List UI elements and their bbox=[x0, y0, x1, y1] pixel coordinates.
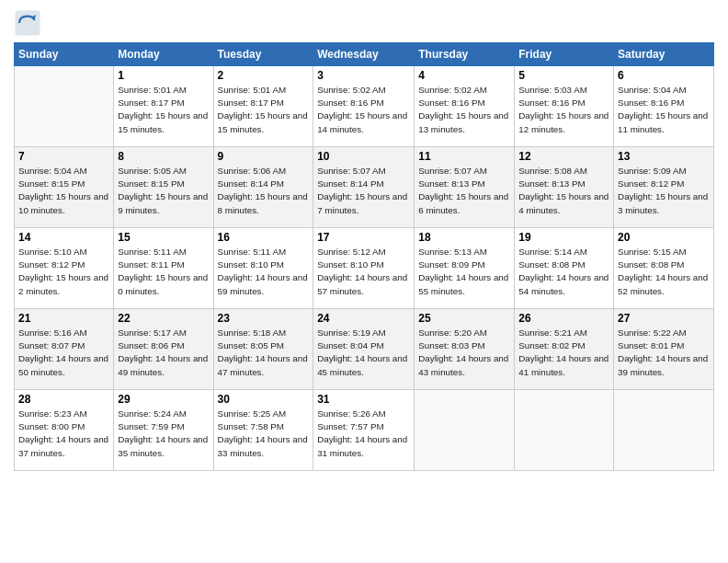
calendar-cell: 1Sunrise: 5:01 AMSunset: 8:17 PMDaylight… bbox=[114, 66, 213, 147]
day-number: 14 bbox=[18, 231, 109, 244]
calendar-cell: 22Sunrise: 5:17 AMSunset: 8:06 PMDayligh… bbox=[114, 309, 213, 390]
weekday-friday: Friday bbox=[515, 43, 614, 66]
day-info: Sunrise: 5:19 AMSunset: 8:04 PMDaylight:… bbox=[317, 327, 410, 379]
calendar-cell: 4Sunrise: 5:02 AMSunset: 8:16 PMDaylight… bbox=[415, 66, 515, 147]
day-info: Sunrise: 5:18 AMSunset: 8:05 PMDaylight:… bbox=[218, 327, 310, 379]
day-info: Sunrise: 5:01 AMSunset: 8:17 PMDaylight:… bbox=[118, 84, 209, 136]
day-number: 1 bbox=[118, 69, 209, 82]
calendar-cell: 31Sunrise: 5:26 AMSunset: 7:57 PMDayligh… bbox=[313, 390, 415, 471]
weekday-saturday: Saturday bbox=[614, 43, 714, 66]
day-number: 12 bbox=[518, 150, 609, 163]
calendar-cell: 29Sunrise: 5:24 AMSunset: 7:59 PMDayligh… bbox=[114, 390, 213, 471]
day-info: Sunrise: 5:17 AMSunset: 8:06 PMDaylight:… bbox=[118, 327, 209, 379]
calendar-cell: 11Sunrise: 5:07 AMSunset: 8:13 PMDayligh… bbox=[415, 147, 515, 228]
day-number: 19 bbox=[518, 231, 609, 244]
calendar-cell: 14Sunrise: 5:10 AMSunset: 8:12 PMDayligh… bbox=[15, 228, 114, 309]
calendar-cell: 2Sunrise: 5:01 AMSunset: 8:17 PMDaylight… bbox=[213, 66, 313, 147]
calendar-cell: 20Sunrise: 5:15 AMSunset: 8:08 PMDayligh… bbox=[614, 228, 714, 309]
calendar-cell: 15Sunrise: 5:11 AMSunset: 8:11 PMDayligh… bbox=[114, 228, 213, 309]
day-number: 23 bbox=[218, 312, 310, 325]
day-info: Sunrise: 5:12 AMSunset: 8:10 PMDaylight:… bbox=[317, 246, 410, 298]
calendar-week-2: 7Sunrise: 5:04 AMSunset: 8:15 PMDaylight… bbox=[15, 147, 714, 228]
calendar-cell: 9Sunrise: 5:06 AMSunset: 8:14 PMDaylight… bbox=[213, 147, 313, 228]
weekday-header-row: SundayMondayTuesdayWednesdayThursdayFrid… bbox=[15, 43, 714, 66]
calendar-cell: 18Sunrise: 5:13 AMSunset: 8:09 PMDayligh… bbox=[415, 228, 515, 309]
day-info: Sunrise: 5:21 AMSunset: 8:02 PMDaylight:… bbox=[518, 327, 609, 379]
day-number: 25 bbox=[418, 312, 510, 325]
day-number: 11 bbox=[418, 150, 510, 163]
calendar-cell: 23Sunrise: 5:18 AMSunset: 8:05 PMDayligh… bbox=[213, 309, 313, 390]
calendar-body: 1Sunrise: 5:01 AMSunset: 8:17 PMDaylight… bbox=[15, 66, 714, 471]
day-number: 16 bbox=[218, 231, 310, 244]
day-info: Sunrise: 5:13 AMSunset: 8:09 PMDaylight:… bbox=[418, 246, 510, 298]
day-info: Sunrise: 5:23 AMSunset: 8:00 PMDaylight:… bbox=[18, 408, 109, 460]
day-info: Sunrise: 5:02 AMSunset: 8:16 PMDaylight:… bbox=[317, 84, 410, 136]
day-number: 8 bbox=[118, 150, 209, 163]
calendar-cell: 26Sunrise: 5:21 AMSunset: 8:02 PMDayligh… bbox=[515, 309, 614, 390]
calendar-cell: 19Sunrise: 5:14 AMSunset: 8:08 PMDayligh… bbox=[515, 228, 614, 309]
day-number: 7 bbox=[18, 150, 109, 163]
day-number: 24 bbox=[317, 312, 410, 325]
weekday-monday: Monday bbox=[114, 43, 213, 66]
calendar-week-3: 14Sunrise: 5:10 AMSunset: 8:12 PMDayligh… bbox=[15, 228, 714, 309]
day-info: Sunrise: 5:15 AMSunset: 8:08 PMDaylight:… bbox=[618, 246, 710, 298]
day-number: 30 bbox=[218, 393, 310, 406]
day-number: 17 bbox=[317, 231, 410, 244]
day-info: Sunrise: 5:26 AMSunset: 7:57 PMDaylight:… bbox=[317, 408, 410, 460]
header bbox=[14, 9, 714, 37]
calendar-cell: 12Sunrise: 5:08 AMSunset: 8:13 PMDayligh… bbox=[515, 147, 614, 228]
calendar-cell: 5Sunrise: 5:03 AMSunset: 8:16 PMDaylight… bbox=[515, 66, 614, 147]
day-number: 5 bbox=[518, 69, 609, 82]
day-info: Sunrise: 5:14 AMSunset: 8:08 PMDaylight:… bbox=[518, 246, 609, 298]
calendar-cell: 6Sunrise: 5:04 AMSunset: 8:16 PMDaylight… bbox=[614, 66, 714, 147]
day-info: Sunrise: 5:06 AMSunset: 8:14 PMDaylight:… bbox=[218, 165, 310, 217]
calendar-cell: 13Sunrise: 5:09 AMSunset: 8:12 PMDayligh… bbox=[614, 147, 714, 228]
day-number: 29 bbox=[118, 393, 209, 406]
day-info: Sunrise: 5:04 AMSunset: 8:15 PMDaylight:… bbox=[18, 165, 109, 217]
calendar-cell: 27Sunrise: 5:22 AMSunset: 8:01 PMDayligh… bbox=[614, 309, 714, 390]
day-number: 6 bbox=[618, 69, 710, 82]
day-number: 20 bbox=[618, 231, 710, 244]
day-info: Sunrise: 5:11 AMSunset: 8:11 PMDaylight:… bbox=[118, 246, 209, 298]
day-number: 21 bbox=[18, 312, 109, 325]
day-info: Sunrise: 5:16 AMSunset: 8:07 PMDaylight:… bbox=[18, 327, 109, 379]
calendar-table: SundayMondayTuesdayWednesdayThursdayFrid… bbox=[14, 42, 714, 471]
day-info: Sunrise: 5:01 AMSunset: 8:17 PMDaylight:… bbox=[218, 84, 310, 136]
day-info: Sunrise: 5:10 AMSunset: 8:12 PMDaylight:… bbox=[18, 246, 109, 298]
calendar-cell bbox=[515, 390, 614, 471]
logo bbox=[14, 9, 45, 37]
calendar-cell: 28Sunrise: 5:23 AMSunset: 8:00 PMDayligh… bbox=[15, 390, 114, 471]
weekday-thursday: Thursday bbox=[415, 43, 515, 66]
calendar-cell: 7Sunrise: 5:04 AMSunset: 8:15 PMDaylight… bbox=[15, 147, 114, 228]
calendar-week-5: 28Sunrise: 5:23 AMSunset: 8:00 PMDayligh… bbox=[15, 390, 714, 471]
day-info: Sunrise: 5:09 AMSunset: 8:12 PMDaylight:… bbox=[618, 165, 710, 217]
day-number: 28 bbox=[18, 393, 109, 406]
calendar-cell: 24Sunrise: 5:19 AMSunset: 8:04 PMDayligh… bbox=[313, 309, 415, 390]
day-info: Sunrise: 5:05 AMSunset: 8:15 PMDaylight:… bbox=[118, 165, 209, 217]
day-number: 9 bbox=[218, 150, 310, 163]
day-info: Sunrise: 5:04 AMSunset: 8:16 PMDaylight:… bbox=[618, 84, 710, 136]
day-number: 22 bbox=[118, 312, 209, 325]
weekday-sunday: Sunday bbox=[15, 43, 114, 66]
weekday-tuesday: Tuesday bbox=[213, 43, 313, 66]
day-number: 3 bbox=[317, 69, 410, 82]
day-number: 27 bbox=[618, 312, 710, 325]
calendar-cell bbox=[614, 390, 714, 471]
day-info: Sunrise: 5:24 AMSunset: 7:59 PMDaylight:… bbox=[118, 408, 209, 460]
calendar-cell: 17Sunrise: 5:12 AMSunset: 8:10 PMDayligh… bbox=[313, 228, 415, 309]
day-info: Sunrise: 5:03 AMSunset: 8:16 PMDaylight:… bbox=[518, 84, 609, 136]
day-info: Sunrise: 5:02 AMSunset: 8:16 PMDaylight:… bbox=[418, 84, 510, 136]
weekday-wednesday: Wednesday bbox=[313, 43, 415, 66]
calendar-cell: 25Sunrise: 5:20 AMSunset: 8:03 PMDayligh… bbox=[415, 309, 515, 390]
main-container: SundayMondayTuesdayWednesdayThursdayFrid… bbox=[0, 0, 728, 480]
day-info: Sunrise: 5:25 AMSunset: 7:58 PMDaylight:… bbox=[218, 408, 310, 460]
day-number: 26 bbox=[518, 312, 609, 325]
calendar-week-1: 1Sunrise: 5:01 AMSunset: 8:17 PMDaylight… bbox=[15, 66, 714, 147]
day-number: 2 bbox=[218, 69, 310, 82]
calendar-cell bbox=[15, 66, 114, 147]
day-info: Sunrise: 5:08 AMSunset: 8:13 PMDaylight:… bbox=[518, 165, 609, 217]
logo-icon bbox=[14, 9, 41, 37]
day-info: Sunrise: 5:11 AMSunset: 8:10 PMDaylight:… bbox=[218, 246, 310, 298]
calendar-week-4: 21Sunrise: 5:16 AMSunset: 8:07 PMDayligh… bbox=[15, 309, 714, 390]
day-number: 10 bbox=[317, 150, 410, 163]
